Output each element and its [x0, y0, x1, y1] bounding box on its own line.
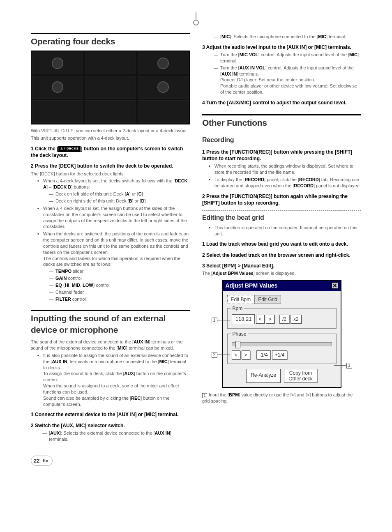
step-2-sub: The [DECK] button for the selected deck … — [31, 171, 190, 177]
vdj-screenshot — [31, 51, 190, 124]
punch-mark-icon — [192, 12, 200, 22]
bpm-legend: Bpm — [231, 305, 244, 312]
bg-step-2: 2 Select the loaded track on the browser… — [202, 252, 361, 258]
rec-bullet-1: When recording starts, the settings wind… — [209, 163, 361, 175]
intro-text-2: This unit supports operation with a 4-de… — [31, 135, 190, 141]
bpm-input[interactable]: 118.21 — [232, 314, 255, 324]
ctl-filter: FILTER control — [49, 296, 190, 302]
ext-intro: The sound of the external device connect… — [31, 339, 190, 351]
ext-bullet: It is also possible to assign the sound … — [37, 352, 190, 408]
bpm-half-button[interactable]: /2 — [279, 315, 289, 324]
adjust-bpm-window: 1 2 3 Adjust BPM Values ✕ Edit Bpm Edit … — [222, 280, 341, 388]
phase-plus-button[interactable]: +1/4 — [272, 350, 288, 359]
ext-step-1: 1 Connect the external device to the [AU… — [31, 411, 190, 418]
tab-edit-grid[interactable]: Edit Grid — [254, 295, 281, 304]
step-3-audio-level: 3 Adjust the audio level input to the [A… — [202, 44, 361, 51]
bpm-prev-button[interactable]: < — [256, 315, 265, 324]
copy-from-deck-button[interactable]: Copy fromOther deck — [284, 369, 317, 383]
tab-edit-bpm[interactable]: Edit Bpm — [227, 295, 255, 304]
rec-step-1: 1 Press the [FUNCTION(REC)] button while… — [202, 149, 361, 162]
ctl-gain: GAIN control — [49, 275, 190, 281]
phase-prev-button[interactable]: < — [232, 350, 240, 359]
dash-aux-vol: Turn the [AUX IN VOL] control: Adjusts t… — [214, 65, 361, 95]
bg-bullet-1: This function is operated on the compute… — [209, 225, 361, 237]
bg-step-3-sub: The [Adjust BPM Values] screen is displa… — [202, 270, 361, 276]
ctl-tempo: TEMPO slider — [49, 268, 190, 274]
callout-1: 1 — [212, 318, 217, 323]
heading-operating-four-decks: Operating four decks — [31, 36, 190, 47]
bg-step-3: 3 Select [BPM] > [Manual Edit]. — [202, 263, 361, 269]
bpm-next-button[interactable]: > — [266, 315, 274, 324]
phase-slider[interactable] — [232, 342, 332, 346]
phase-next-button[interactable]: > — [242, 350, 250, 359]
rec-step-2: 2 Press the [FUNCTION(REC)] button again… — [202, 193, 361, 206]
reanalyze-button[interactable]: Re-Analyze — [246, 369, 281, 383]
step-1: 1 Click the [2/4 DECKS] button on the co… — [31, 145, 190, 159]
ctl-eq: EQ (HI, MID, LOW) control — [49, 282, 190, 288]
ext-dash-aux: [AUX]: Selects the external device conne… — [42, 430, 190, 442]
phase-legend: Phase — [231, 331, 248, 337]
dash-mic-vol: Turn the [MIC VOL] control: Adjusts the … — [214, 52, 361, 64]
heading-beat-grid: Editing the beat grid — [202, 213, 361, 222]
rec-bullet-2: To display the [RECORD] panel, click the… — [209, 177, 361, 189]
page-lang: En — [43, 458, 48, 464]
callout-2: 2 — [212, 352, 217, 358]
window-title: Adjust BPM Values — [226, 282, 278, 290]
bullet-deck-switch: When a 4-deck layout is set, the decks s… — [37, 178, 190, 204]
heading-recording: Recording — [202, 136, 361, 145]
page-num: 22 — [34, 457, 39, 465]
step-4-output: 4 Turn the [AUX/MIC] control to adjust t… — [202, 99, 361, 106]
bg-step-1: 1 Load the track whose beat grid you wan… — [202, 241, 361, 247]
bpm-double-button[interactable]: x2 — [291, 315, 302, 324]
dash-left-deck: Deck on left side of this unit: Deck [A]… — [49, 191, 190, 197]
footnote-1: 1Input the [BPM] value directly or use t… — [202, 392, 361, 404]
callout-3: 3 — [346, 363, 352, 368]
close-icon[interactable]: ✕ — [332, 282, 338, 289]
ctl-chfader: Channel fader — [49, 289, 190, 295]
dash-right-deck: Deck on right side of this unit: Deck [B… — [49, 198, 190, 204]
phase-minus-button[interactable]: -1/4 — [256, 350, 271, 359]
step-2: 2 Press the [DECK] button to switch the … — [31, 163, 190, 169]
heading-inputting-sound: Inputting the sound of an external devic… — [31, 313, 190, 336]
mic-dash: [MIC]: Selects the microphone connected … — [214, 34, 361, 40]
bullet-assign: When a 4-deck layout is set, the assign … — [37, 205, 190, 230]
page-number: 22 En — [31, 456, 53, 466]
heading-other-functions: Other Functions — [202, 117, 361, 129]
decks-button-icon: 2/4 DECKS — [58, 146, 81, 152]
step1-pre: 1 Click the [ — [31, 146, 58, 152]
ext-step-2: 2 Switch the [AUX, MIC] selector switch. — [31, 422, 190, 429]
intro-text-1: With VIRTUAL DJ LE, you can select eithe… — [31, 128, 190, 134]
bullet-positions: When the decks are switched, the positio… — [37, 231, 190, 302]
